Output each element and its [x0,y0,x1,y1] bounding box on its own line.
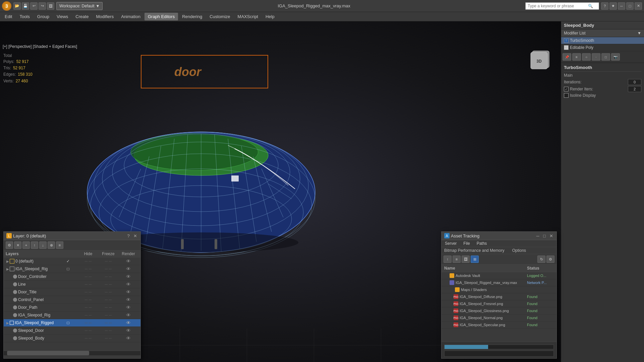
asset-fresnel[interactable]: PNG IGA_Sleepod_Fresnel.png Found [442,300,557,307]
modifier-icon-editpoly: E [564,45,569,50]
minimize-btn[interactable]: ─ [618,2,625,10]
layer-add-btn[interactable]: + [22,241,30,249]
door-path-freeze: ─ ─ [98,305,118,310]
modifier-editablepoly[interactable]: E Editable Poly [561,44,644,51]
workspace-button[interactable]: Workspace: Default ▼ [56,2,103,10]
expand-iga-rigged[interactable]: ▶ [6,321,10,325]
menu-modifiers[interactable]: Modifiers [93,13,117,20]
asset-tool-3[interactable]: 🖼 [462,256,470,263]
asset-progress-bar-container [444,345,554,349]
close-btn[interactable]: ✕ [635,2,642,10]
layer-item-door-title[interactable]: Door_Title ─ ─ ─ ─ 👁 [4,288,140,296]
modifier-turbosmooth[interactable]: T TurboSmooth [561,37,644,44]
menu-edit[interactable]: Edit [1,13,15,20]
search-input[interactable] [528,4,588,8]
asset-minimize-btn[interactable]: ─ [535,233,540,238]
menu-group[interactable]: Group [34,13,53,20]
layer-item-iga-rigged[interactable]: ▶ IGA_Sleepod_Rigged □ ─ ─ ─ ─ 👁 [4,319,140,327]
asset-maps-folder[interactable]: Maps / Shaders [442,286,557,293]
layer-scrollbar[interactable] [4,351,140,355]
maximize-btn[interactable]: □ [626,2,634,10]
menu-create[interactable]: Create [72,13,92,20]
list-icon[interactable]: ≡ [572,53,581,61]
asset-bottom-bar [442,342,557,358]
layer-item-line[interactable]: Line ─ ─ ─ ─ 👁 [4,281,140,288]
menu-rendering[interactable]: Rendering [179,13,206,20]
box-icon[interactable]: □ [601,53,610,61]
door-path-icon [13,305,17,309]
menu-help[interactable]: Help [262,13,278,20]
menu-animation[interactable]: Animation [118,13,144,20]
asset-tool-2[interactable]: ≡ [453,256,461,263]
asset-max-file[interactable]: IGA_Sleepod_Rigged_max_vray.max Network … [442,279,557,286]
asset-glossiness[interactable]: PNG IGA_Sleepod_Glossiness.png Found [442,307,557,314]
asset-menu-paths[interactable]: Paths [473,240,490,247]
asset-normal[interactable]: PNG IGA_Sleepod_Normal.png Found [442,314,557,321]
turbosmooth-section: TurboSmooth Main Iterations: 0 Render It… [561,63,644,101]
asset-maximize-btn[interactable]: □ [542,233,547,238]
modifier-list-dropdown[interactable]: Modifier List ▼ [561,29,644,37]
layer-item-control-panel[interactable]: Control_Panel ─ ─ ─ ─ 👁 [4,296,140,304]
normal-name: IGA_Sleepod_Normal.png [460,316,503,320]
toolbar-icons: 📂 💾 ↩ ↪ 🖼 [13,2,54,10]
layer-item-door-controller[interactable]: Door_Controller ─ ─ ─ ─ 👁 [4,273,140,281]
autodesk-vault-status: Logged O... [527,274,554,278]
layer-delete-btn[interactable]: ✕ [14,241,21,249]
menu-maxscript[interactable]: MAXScript [234,13,261,20]
sphere-icon[interactable]: ○ [582,53,591,61]
line-name: Line [18,282,78,287]
layer-item-door-path[interactable]: Door_Path ─ ─ ─ ─ 👁 [4,304,140,311]
asset-menu-server[interactable]: Server [442,240,460,247]
glossiness-status: Found [527,309,554,313]
undo-btn[interactable]: ↩ [30,2,38,10]
render-iters-label: Render Iters: [570,87,627,91]
menu-tools[interactable]: Tools [16,13,33,20]
isoline-checkbox[interactable] [564,93,569,98]
camera-icon[interactable]: 📷 [611,53,620,61]
asset-specular[interactable]: PNG IGA_Sleepod_Specular.png Found [442,321,557,329]
asset-tool-refresh[interactable]: ↻ [537,256,545,263]
layer-move-up-btn[interactable]: ↑ [31,241,38,249]
help-icon[interactable]: ? [601,2,608,10]
asset-progress-bar [445,345,488,349]
expand-iga-rig[interactable]: ▶ [6,267,10,271]
layer-move-down-btn[interactable]: ↓ [39,241,47,249]
asset-diffuse[interactable]: PNG IGA_Sleepod_Diffuse.png Found [442,293,557,300]
layer-default-check: ✓ [58,259,78,264]
layer-item-sleepod-door[interactable]: Sleepod_Door ─ ─ ─ ─ 👁 [4,327,140,335]
asset-menu-file[interactable]: File [460,240,473,247]
layer-item-sleepod-body[interactable]: Sleepod_Body ─ ─ ─ ─ 👁 [4,335,140,342]
layer-iga-rig-hide: ─ ─ [78,267,98,271]
layer-filter-btn[interactable]: ≡ [56,241,63,249]
layer-item-iga-sleepod-rig[interactable]: IGA_Sleepod_Rig ─ ─ ─ ─ 👁 [4,311,140,319]
menu-customize[interactable]: Customize [206,13,233,20]
render-iters-checkbox[interactable] [564,87,569,91]
open-file-btn[interactable]: 📂 [13,2,21,10]
layer-item-iga-rig[interactable]: ▶ IGA_Sleepod_Rig □ ─ ─ ─ ─ 👁 [4,265,140,273]
expand-default[interactable]: ▶ [6,259,10,263]
menu-views[interactable]: Views [53,13,71,20]
pin-icon[interactable]: 📌 [563,53,571,61]
sleepod-door-hide: ─ ─ [78,328,98,333]
layer-help-btn[interactable]: ? [126,233,131,238]
redo-btn[interactable]: ↪ [39,2,46,10]
render-iters-value[interactable]: 2 [628,86,641,92]
layer-close-btn[interactable]: ✕ [132,233,138,238]
asset-tool-4[interactable]: ⊞ [471,256,479,263]
save-file-btn[interactable]: 💾 [22,2,29,10]
dot-icon[interactable]: · [592,53,600,61]
asset-tool-settings[interactable]: ⚙ [546,256,554,263]
layer-settings-btn[interactable]: ⚙ [6,241,13,249]
layer-item-default[interactable]: ▶ 0 (default) ✓ ─ ─ ─ ─ 👁 [4,258,140,265]
specular-name: IGA_Sleepod_Specular.png [460,323,505,327]
asset-close-btn[interactable]: ✕ [548,233,554,238]
asset-tool-1[interactable]: ↑ [444,256,452,263]
iterations-value[interactable]: 0 [628,79,641,85]
asset-autodesk-vault[interactable]: Autodesk Vault Logged O... [442,272,557,279]
star-icon[interactable]: ★ [609,2,617,10]
menu-graph-editors[interactable]: Graph Editors [144,13,178,20]
layer-merge-btn[interactable]: ⊕ [48,241,55,249]
render-btn[interactable]: 🖼 [47,2,54,10]
svg-rect-26 [181,239,184,249]
iga-rigged-check: □ [58,320,78,325]
